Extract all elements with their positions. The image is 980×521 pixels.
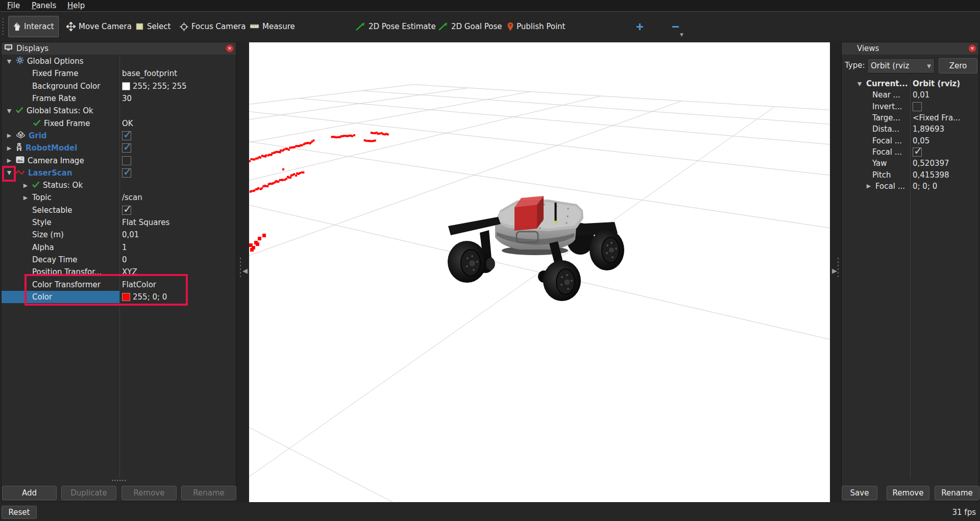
tool-pose-estimate[interactable]: 2D Pose Estimate [351,16,440,37]
tree-row-laserscan[interactable]: ▼LaserScan✓ [2,167,236,179]
checkbox-unchecked[interactable] [913,102,922,111]
tree-row-status-ok[interactable]: ▶Status: Ok [2,179,236,191]
displays-resize-handle[interactable] [111,479,127,482]
tree-row-alpha[interactable]: Alpha1 [2,241,236,254]
color-swatch[interactable] [122,82,130,90]
tool-remove-tool[interactable]: ▼ [668,16,683,37]
expand-arrow-icon[interactable]: ▶ [865,183,872,189]
duplicate-button[interactable]: Duplicate [61,486,116,500]
checkbox-checked[interactable]: ✓ [122,143,131,153]
tree-row-decay-time[interactable]: Decay Time0 [2,254,236,266]
tree-row-topic[interactable]: ▶Topic/scan [2,191,236,204]
row-value[interactable]: 0 [122,255,127,264]
menu-help[interactable]: Help [64,1,88,11]
checkbox-checked[interactable]: ✓ [122,206,131,215]
row-value[interactable]: 0,01 [122,230,139,239]
row-value[interactable]: OK [122,119,133,128]
expand-arrow-icon[interactable]: ▶ [6,157,13,164]
right-splitter[interactable]: ▶ [830,41,841,503]
row-value[interactable]: ✓ [122,168,131,178]
row-value[interactable]: 0,01 [913,90,929,100]
menu-file[interactable]: File [4,1,23,11]
tree-row-selectable[interactable]: Selectable✓ [2,204,236,216]
tree-row-near[interactable]: Near ...0,01 [842,89,978,101]
tool-goal-pose[interactable]: 2D Goal Pose [434,16,506,37]
tree-row-camera-image[interactable]: ▶Camera Image [2,154,236,166]
tool-measure[interactable]: Measure [246,16,299,37]
tree-row-focal[interactable]: Focal ...✓ [842,146,978,158]
tree-row-focal[interactable]: Focal ...0,05 [842,135,978,146]
row-value[interactable]: ✓ [913,147,922,157]
row-value[interactable]: 0,520397 [913,159,949,168]
tree-row-targe[interactable]: Targe...<Fixed Fra... [842,112,978,123]
tree-row-global-options[interactable]: ▼Global Options [2,55,236,67]
row-value[interactable] [913,102,922,111]
tree-row-pitch[interactable]: Pitch0,415398 [842,169,978,180]
row-value[interactable]: ✓ [122,131,131,140]
row-value[interactable]: /scan [122,193,142,202]
rename-button[interactable]: Rename [935,486,979,500]
checkbox-checked[interactable]: ✓ [122,131,131,140]
row-value[interactable]: ✓ [122,143,131,153]
row-value[interactable]: Orbit (rviz) [913,79,960,88]
expand-arrow-icon[interactable]: ▶ [22,194,29,201]
collapse-left-icon[interactable]: ◀ [242,267,248,275]
left-splitter[interactable]: ◀ [236,41,249,503]
tree-row-size-m[interactable]: Size (m)0,01 [2,229,236,241]
tool-dropdown-caret[interactable]: ▼ [680,32,683,37]
tree-row-yaw[interactable]: Yaw0,520397 [842,158,978,169]
toolbar-drag-handle[interactable] [2,17,5,36]
tree-row-grid[interactable]: ▶Grid✓ [2,130,236,142]
row-value[interactable]: <Fixed Fra... [913,113,960,122]
row-value[interactable]: 0,05 [913,136,929,145]
tool-select[interactable]: Select [132,16,175,37]
tree-row-global-status-ok[interactable]: ▼Global Status: Ok [2,105,236,117]
row-value[interactable]: base_footprint [122,69,177,78]
remove-button[interactable]: Remove [887,486,929,500]
row-value[interactable]: 1 [122,243,127,252]
row-value[interactable] [122,156,131,165]
tree-row-current[interactable]: ▼Current...Orbit (rviz) [842,78,978,89]
expand-arrow-icon[interactable]: ▶ [22,182,29,189]
menu-panels[interactable]: Panels [29,1,59,11]
tree-row-frame-rate[interactable]: Frame Rate30 [2,92,236,105]
row-value[interactable]: 30 [122,94,132,103]
checkbox-unchecked[interactable] [122,156,131,165]
rename-button[interactable]: Rename [181,486,236,500]
tree-row-dista[interactable]: Dista...1,89693 [842,123,978,135]
tree-row-focal[interactable]: ▶Focal ...0; 0; 0 [842,181,978,192]
expand-arrow-icon[interactable]: ▶ [6,132,13,139]
collapse-arrow-icon[interactable]: ▼ [856,81,863,87]
checkbox-checked[interactable]: ✓ [913,147,922,157]
tool-focus-camera[interactable]: Focus Camera [176,16,250,37]
expand-arrow-icon[interactable]: ▶ [6,145,13,152]
row-value[interactable]: Flat Squares [122,218,169,227]
row-value[interactable]: ✓ [122,206,131,215]
views-type-dropdown[interactable]: Orbit (rviz▼ [867,58,935,73]
tree-row-background-color[interactable]: Background Color255; 255; 255 [2,80,236,92]
row-value[interactable]: 1,89693 [913,125,944,134]
tree-row-fixed-frame[interactable]: Fixed Framebase_footprint [2,67,236,80]
3d-viewport[interactable] [249,42,830,502]
views-close-icon[interactable]: ✕ [968,44,976,53]
tool-interact[interactable]: Interact [8,16,59,37]
remove-button[interactable]: Remove [121,486,177,500]
tool-add-tool[interactable] [632,16,648,37]
displays-close-icon[interactable]: ✕ [226,44,234,53]
checkbox-checked[interactable]: ✓ [122,168,131,178]
tree-row-fixed-frame[interactable]: Fixed FrameOK [2,117,236,130]
tool-move-camera[interactable]: Move Camera [62,16,136,37]
tree-row-robotmodel[interactable]: ▶RobotModel✓ [2,142,236,154]
tool-publish-point[interactable]: Publish Point [503,16,569,37]
reset-button[interactable]: Reset [2,506,37,519]
row-value[interactable]: 255; 255; 255 [122,82,187,91]
save-button[interactable]: Save [842,486,877,500]
collapse-arrow-icon[interactable]: ▼ [6,108,13,114]
row-value[interactable]: 0,415398 [913,170,949,180]
zero-button[interactable]: Zero [939,58,977,73]
add-button[interactable]: Add [2,486,57,500]
row-value[interactable]: 0; 0; 0 [913,182,937,191]
tree-row-invert[interactable]: Invert... [842,101,978,112]
tree-row-style[interactable]: StyleFlat Squares [2,216,236,229]
collapse-arrow-icon[interactable]: ▼ [6,58,13,65]
